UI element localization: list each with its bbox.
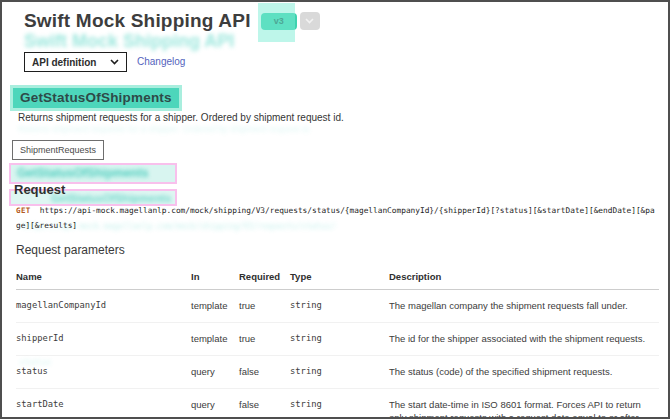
- param-row: startDate query false string The start d…: [16, 389, 659, 419]
- param-required-cell: true: [239, 290, 290, 323]
- version-dropdown-button[interactable]: [300, 12, 320, 30]
- param-required-cell: true: [239, 323, 290, 356]
- column-header-in: In: [191, 264, 239, 290]
- api-docs-page: Swift Mock Shipping API v3 Swift Mock Sh…: [0, 0, 670, 419]
- param-required-cell: false: [239, 356, 290, 389]
- param-in-cell: query: [191, 389, 239, 419]
- ghost-text-artifact: status: [19, 357, 69, 367]
- params-table: Name In Required Type Description magell…: [16, 264, 659, 419]
- param-row: status query false string The status (co…: [16, 356, 659, 389]
- column-header-name: Name: [16, 264, 191, 290]
- chevron-down-icon: [305, 18, 314, 24]
- api-definition-select[interactable]: API definition: [24, 52, 127, 72]
- param-name-cell: startDate: [16, 389, 191, 419]
- param-in-cell: template: [191, 323, 239, 356]
- ghost-text-artifact: GetStatusOfShipments: [11, 165, 175, 180]
- header: Swift Mock Shipping API v3: [24, 10, 320, 32]
- param-row: magellanCompanyId template true string T…: [16, 290, 659, 323]
- param-required-cell: false: [239, 389, 290, 419]
- param-in-cell: template: [191, 290, 239, 323]
- changelog-link[interactable]: Changelog: [137, 56, 185, 67]
- version-badge[interactable]: v3: [261, 13, 297, 30]
- request-url: https://api-mock.magellanlp.com/mock/shi…: [16, 206, 655, 230]
- api-definition-select-value: API definition: [32, 57, 96, 68]
- ghost-text-artifact: Returns shipment requests for a shipper.…: [18, 124, 348, 135]
- column-header-description: Description: [389, 264, 659, 290]
- request-endpoint: GEThttps://api-mock.magellanlp.com/mock/…: [16, 203, 659, 233]
- param-name-cell: magellanCompanyId: [16, 290, 191, 323]
- table-header-row: Name In Required Type Description: [16, 264, 659, 290]
- param-row: shipperId template true string The id fo…: [16, 323, 659, 356]
- tag-chip[interactable]: ShipmentRequests: [12, 140, 104, 160]
- param-description-cell: The id for the shipper associated with t…: [389, 323, 659, 356]
- param-name-cell: shipperId: [16, 323, 191, 356]
- param-description-cell: The magellan company the shipment reques…: [389, 290, 659, 323]
- param-description-cell: The status (code) of the specified shipm…: [389, 356, 659, 389]
- param-description-cell: The start date-time in ISO 8601 format. …: [389, 389, 659, 419]
- param-type-cell: string: [290, 389, 389, 419]
- operation-summary: Returns shipment requests for a shipper.…: [18, 112, 344, 123]
- chevron-down-icon: [110, 59, 119, 65]
- param-in-cell: query: [191, 356, 239, 389]
- selection-box-artifact: GetStatusOfShipments: [9, 163, 177, 184]
- request-heading: Request: [14, 182, 65, 197]
- param-type-cell: string: [290, 356, 389, 389]
- page-title: Swift Mock Shipping API: [24, 10, 251, 32]
- param-type-cell: string: [290, 323, 389, 356]
- http-method-badge: GET: [16, 206, 31, 215]
- column-header-type: Type: [290, 264, 389, 290]
- column-header-required: Required: [239, 264, 290, 290]
- operation-title: GetStatusOfShipments: [10, 85, 182, 111]
- param-type-cell: string: [290, 290, 389, 323]
- ghost-title-artifact: Swift Mock Shipping API: [24, 31, 234, 52]
- request-parameters-heading: Request parameters: [16, 243, 125, 257]
- version-selector: v3: [261, 12, 320, 30]
